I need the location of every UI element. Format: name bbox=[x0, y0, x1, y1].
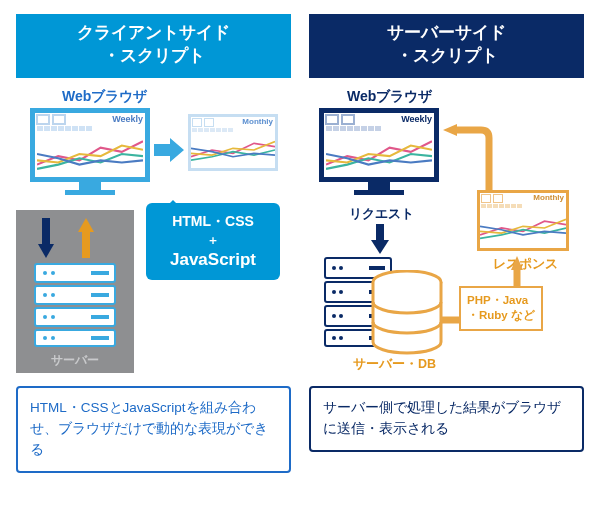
svg-marker-23 bbox=[371, 240, 389, 254]
svg-point-37 bbox=[332, 336, 336, 340]
svg-rect-1 bbox=[42, 218, 50, 246]
server-summary: サーバー側で処理した結果がブラウザに送信・表示される bbox=[309, 386, 584, 452]
svg-point-13 bbox=[51, 293, 55, 297]
database-icon bbox=[371, 270, 443, 356]
server-monitor: Weekly bbox=[319, 108, 439, 194]
client-screen: Weekly bbox=[30, 108, 150, 182]
client-title-line1: クライアントサイド bbox=[77, 23, 230, 42]
svg-point-15 bbox=[43, 315, 47, 319]
server-monthly-label: Monthly bbox=[531, 193, 566, 204]
weekly-chart-icon bbox=[37, 132, 143, 176]
server-weekly-chart-icon bbox=[326, 132, 432, 176]
svg-point-32 bbox=[339, 290, 343, 294]
response-panel: Monthly bbox=[477, 190, 569, 251]
client-server-box: サーバー bbox=[16, 210, 134, 373]
svg-rect-22 bbox=[376, 224, 384, 242]
svg-point-19 bbox=[51, 336, 55, 340]
svg-rect-14 bbox=[91, 293, 109, 297]
request-arrow-icon bbox=[371, 224, 389, 254]
client-title-line2: ・スクリプト bbox=[103, 46, 205, 65]
server-db-label: サーバー・DB bbox=[353, 356, 436, 373]
download-arrow-icon bbox=[38, 218, 54, 258]
bubble-js: JavaScript bbox=[170, 250, 256, 269]
svg-rect-20 bbox=[91, 336, 109, 340]
svg-point-9 bbox=[43, 271, 47, 275]
server-languages-box: PHP・Java ・Ruby など bbox=[459, 286, 543, 331]
server-screen: Weekly bbox=[319, 108, 439, 182]
client-summary: HTML・CSSとJavaScriptを組み合わせ、ブラウザだけで動的な表現がで… bbox=[16, 386, 291, 473]
svg-marker-3 bbox=[78, 218, 94, 232]
svg-point-38 bbox=[339, 336, 343, 340]
client-stage: Weekly bbox=[16, 108, 291, 378]
client-monitor: Weekly bbox=[30, 108, 150, 194]
server-side-column: サーバーサイド ・スクリプト Webブラウザ Weekly bbox=[309, 14, 584, 473]
lang-line1: PHP・Java bbox=[467, 294, 528, 306]
svg-rect-4 bbox=[82, 230, 90, 258]
server-weekly-label: Weekly bbox=[401, 113, 434, 126]
lang-line2: ・Ruby など bbox=[467, 309, 535, 321]
server-stage: Weekly bbox=[309, 108, 584, 378]
upload-arrow-icon bbox=[78, 218, 94, 258]
client-title-bar: クライアントサイド ・スクリプト bbox=[16, 14, 291, 78]
svg-point-10 bbox=[51, 271, 55, 275]
server-title-bar: サーバーサイド ・スクリプト bbox=[309, 14, 584, 78]
svg-marker-2 bbox=[38, 244, 54, 258]
svg-rect-11 bbox=[91, 271, 109, 275]
server-browser-heading: Webブラウザ bbox=[347, 88, 584, 106]
svg-point-18 bbox=[43, 336, 47, 340]
svg-point-12 bbox=[43, 293, 47, 297]
svg-point-31 bbox=[332, 290, 336, 294]
client-monthly-panel: Monthly bbox=[188, 114, 278, 171]
client-side-column: クライアントサイド ・スクリプト Webブラウザ Weekly bbox=[16, 14, 291, 473]
server-title-line2: ・スクリプト bbox=[396, 46, 498, 65]
svg-marker-21 bbox=[443, 124, 457, 136]
svg-point-28 bbox=[332, 266, 336, 270]
transform-arrow-icon bbox=[154, 138, 184, 162]
weekly-label: Weekly bbox=[112, 113, 145, 126]
diagram-root: クライアントサイド ・スクリプト Webブラウザ Weekly bbox=[0, 0, 600, 487]
svg-marker-0 bbox=[154, 138, 184, 162]
svg-point-29 bbox=[339, 266, 343, 270]
request-label: リクエスト bbox=[349, 206, 414, 223]
client-tech-callout: HTML・CSS ＋ JavaScript bbox=[146, 203, 280, 280]
monthly-label: Monthly bbox=[240, 117, 275, 128]
monthly-chart-icon bbox=[191, 132, 275, 168]
client-browser-heading: Webブラウザ bbox=[62, 88, 291, 106]
svg-point-16 bbox=[51, 315, 55, 319]
server-rack-icon bbox=[33, 262, 117, 348]
svg-rect-17 bbox=[91, 315, 109, 319]
client-server-label: サーバー bbox=[24, 352, 126, 369]
bubble-plus: ＋ bbox=[158, 232, 268, 249]
svg-marker-41 bbox=[511, 256, 523, 270]
bubble-htmlcss: HTML・CSS bbox=[172, 213, 254, 229]
server-title-line1: サーバーサイド bbox=[387, 23, 506, 42]
svg-point-34 bbox=[332, 314, 336, 318]
svg-point-35 bbox=[339, 314, 343, 318]
response-chart-icon bbox=[480, 208, 566, 248]
